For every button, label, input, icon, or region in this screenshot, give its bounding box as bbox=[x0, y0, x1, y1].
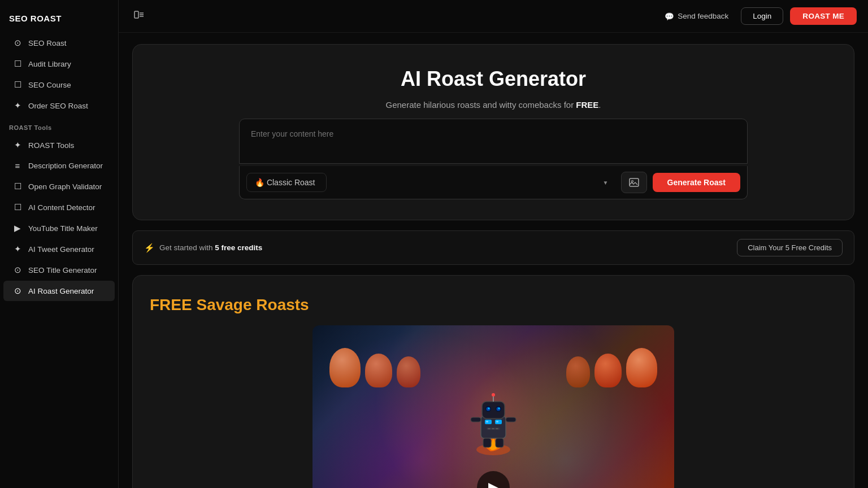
robot-figure bbox=[465, 385, 522, 458]
svg-point-23 bbox=[488, 408, 490, 409]
sidebar-item-youtube-title-maker[interactable]: ▶ YouTube Title Maker bbox=[3, 218, 115, 238]
brand-logo: SEO ROAST bbox=[0, 9, 118, 32]
crowd-right bbox=[566, 348, 657, 387]
sidebar-item-ai-roast-generator[interactable]: ⊙ AI Roast Generator bbox=[3, 281, 115, 301]
sidebar-item-order-seo-roast[interactable]: ✦ Order SEO Roast bbox=[3, 95, 115, 116]
sidebar-item-ai-content-detector[interactable]: ☐ AI Content Detector bbox=[3, 197, 115, 217]
sidebar-item-audit-library[interactable]: ☐ Audit Library bbox=[3, 54, 115, 74]
svg-rect-26 bbox=[506, 417, 516, 422]
crowd-left bbox=[329, 348, 420, 387]
crowd-figure-4 bbox=[566, 356, 590, 387]
sidebar-item-description-generator[interactable]: ≡ Description Generator bbox=[3, 156, 115, 176]
topbar-right: 💬 Send feedback Login ROAST ME bbox=[659, 7, 857, 25]
input-controls: 🔥 Classic Roast 💀 Savage Roast 😄 Friendl… bbox=[239, 166, 748, 199]
svg-rect-14 bbox=[492, 428, 494, 429]
roast-gen-icon: ⊙ bbox=[12, 286, 23, 296]
crowd-figure-1 bbox=[329, 348, 361, 387]
library-icon: ☐ bbox=[12, 59, 23, 69]
course-icon: ☐ bbox=[12, 80, 23, 90]
image-upload-button[interactable] bbox=[621, 172, 647, 193]
savage-roasts-title: FREE Savage Roasts bbox=[150, 296, 309, 314]
menu-icon bbox=[133, 9, 145, 20]
crowd-figure-3 bbox=[397, 356, 420, 387]
credits-banner: ⚡ Get started with 5 free credits Claim … bbox=[132, 230, 854, 265]
tweet-icon: ✦ bbox=[12, 244, 23, 254]
svg-rect-27 bbox=[483, 438, 491, 447]
sidebar: SEO ROAST ⊙ SEO Roast ☐ Audit Library ☐ … bbox=[0, 0, 119, 488]
svg-point-24 bbox=[498, 408, 500, 409]
svg-rect-28 bbox=[496, 438, 504, 447]
seo-title-icon: ⊙ bbox=[12, 265, 23, 275]
sidebar-item-roast-tools[interactable]: ✦ ROAST Tools bbox=[3, 135, 115, 155]
svg-rect-4 bbox=[630, 178, 639, 186]
topbar: 💬 Send feedback Login ROAST ME bbox=[119, 0, 868, 33]
generate-roast-button[interactable]: Generate Roast bbox=[653, 173, 740, 192]
robot-svg bbox=[465, 385, 522, 458]
roast-tools-icon: ✦ bbox=[12, 140, 23, 150]
sidebar-item-seo-course[interactable]: ☐ SEO Course bbox=[3, 75, 115, 95]
crowd-figure-2 bbox=[365, 354, 392, 387]
hero-card: AI Roast Generator Generate hilarious ro… bbox=[132, 44, 854, 220]
topbar-left bbox=[130, 7, 148, 25]
svg-rect-11 bbox=[496, 421, 498, 422]
sidebar-main-nav: ⊙ SEO Roast ☐ Audit Library ☐ SEO Course… bbox=[0, 32, 118, 116]
sidebar-item-seo-title-generator[interactable]: ⊙ SEO Title Generator bbox=[3, 260, 115, 280]
order-icon: ✦ bbox=[12, 101, 23, 111]
roast-tools-section-label: ROAST Tools bbox=[0, 116, 118, 134]
login-button[interactable]: Login bbox=[741, 7, 783, 25]
svg-point-18 bbox=[492, 393, 495, 396]
bolt-icon: ⚡ bbox=[144, 243, 155, 253]
svg-rect-7 bbox=[481, 416, 506, 438]
page-content: AI Roast Generator Generate hilarious ro… bbox=[119, 33, 868, 488]
sidebar-toggle-button[interactable] bbox=[130, 7, 148, 25]
sidebar-item-open-graph-validator[interactable]: ☐ Open Graph Validator bbox=[3, 176, 115, 197]
roast-type-select[interactable]: 🔥 Classic Roast 💀 Savage Roast 😄 Friendl… bbox=[246, 173, 327, 192]
sidebar-item-ai-tweet-generator[interactable]: ✦ AI Tweet Generator bbox=[3, 239, 115, 259]
send-feedback-button[interactable]: 💬 Send feedback bbox=[659, 8, 734, 24]
image-icon bbox=[628, 177, 640, 188]
sidebar-tools-nav: ✦ ROAST Tools ≡ Description Generator ☐ … bbox=[0, 134, 118, 302]
svg-rect-25 bbox=[471, 417, 481, 422]
credits-info: ⚡ Get started with 5 free credits bbox=[144, 243, 262, 253]
hero-subtitle: Generate hilarious roasts and witty come… bbox=[385, 100, 601, 110]
crowd-figure-6 bbox=[626, 348, 657, 387]
page-title: AI Roast Generator bbox=[401, 67, 586, 91]
svg-rect-16 bbox=[482, 402, 505, 419]
content-input[interactable] bbox=[239, 119, 748, 164]
svg-rect-15 bbox=[496, 428, 498, 429]
input-area: 🔥 Classic Roast 💀 Savage Roast 😄 Friendl… bbox=[239, 119, 748, 199]
play-icon: ▶ bbox=[488, 478, 501, 489]
svg-rect-10 bbox=[486, 421, 488, 422]
claim-credits-button[interactable]: Claim Your 5 Free Credits bbox=[737, 239, 843, 256]
roast-type-select-wrapper: 🔥 Classic Roast 💀 Savage Roast 😄 Friendl… bbox=[246, 173, 615, 192]
free-credits-label: 5 free credits bbox=[215, 243, 262, 252]
og-icon: ☐ bbox=[12, 181, 23, 191]
roast-me-button[interactable]: ROAST ME bbox=[790, 7, 857, 25]
svg-rect-0 bbox=[134, 11, 138, 18]
home-icon: ⊙ bbox=[12, 38, 23, 48]
svg-rect-13 bbox=[488, 428, 491, 429]
svg-point-5 bbox=[631, 181, 633, 182]
youtube-icon: ▶ bbox=[12, 223, 23, 233]
feedback-icon: 💬 bbox=[665, 12, 674, 21]
main-content: 💬 Send feedback Login ROAST ME AI Roast … bbox=[119, 0, 868, 488]
crowd-figure-5 bbox=[594, 354, 622, 387]
content-detector-icon: ☐ bbox=[12, 202, 23, 212]
description-icon: ≡ bbox=[12, 161, 23, 171]
savage-roasts-card: FREE Savage Roasts bbox=[132, 275, 854, 488]
sidebar-item-seo-roast[interactable]: ⊙ SEO Roast bbox=[3, 33, 115, 53]
video-thumbnail[interactable]: ▶ bbox=[313, 325, 674, 488]
